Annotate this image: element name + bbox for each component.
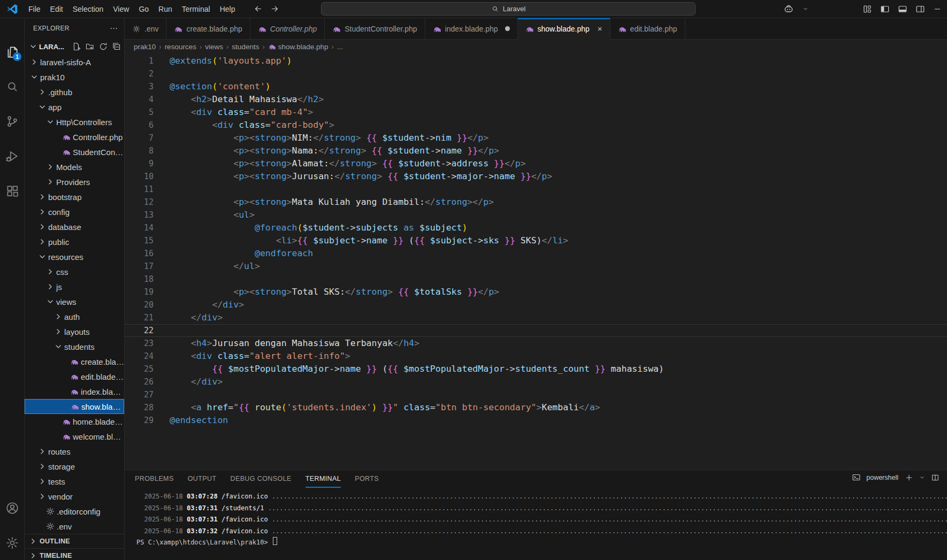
activity-search[interactable] — [0, 69, 24, 104]
breadcrumb-item-resources[interactable]: resources — [165, 43, 196, 51]
tree-item-providers[interactable]: Providers — [25, 174, 124, 189]
code-line-15[interactable]: 15 <li>{{ $subject->name }} ({{ $subject… — [125, 234, 947, 247]
tree-item-controller-php[interactable]: Controller.php — [25, 129, 124, 144]
command-center-search[interactable]: Laravel — [321, 2, 696, 16]
terminal-prompt[interactable]: PS C:\xampp\htdocs\Laravel\prak10> — [136, 537, 947, 549]
code-line-7[interactable]: 7 <p><strong>NIM:</strong> {{ $student->… — [125, 132, 947, 144]
breadcrumb-item-show-blade-php[interactable]: show.blade.php — [268, 43, 329, 51]
tree-item-http-controllers[interactable]: Http\Controllers — [25, 114, 124, 129]
breadcrumb-item-students[interactable]: students — [232, 43, 259, 51]
tree-item-tests[interactable]: tests — [25, 474, 124, 489]
tree-item-github[interactable]: .github — [25, 85, 124, 99]
chevron-down-icon[interactable] — [802, 5, 809, 12]
tree-item-auth[interactable]: auth — [25, 309, 124, 324]
menu-selection[interactable]: Selection — [68, 3, 109, 16]
code-line-25[interactable]: 25 {{ $mostPopulatedMajor->name }} ({{ $… — [125, 363, 947, 375]
tree-item-students[interactable]: students — [25, 339, 124, 354]
tab-edit-blade-php[interactable]: edit.blade.php — [610, 18, 685, 40]
tree-item-edit-blade-php[interactable]: edit.blade.php — [25, 369, 124, 384]
activity-extensions[interactable] — [0, 173, 24, 208]
tree-item-vendor[interactable]: vendor — [25, 489, 124, 504]
more-actions-icon[interactable]: ⋯ — [110, 24, 118, 33]
code-line-17[interactable]: 17 </ul> — [125, 260, 947, 273]
code-line-19[interactable]: 19 <p><strong>Total SKS:</strong> {{ $to… — [125, 286, 947, 298]
layout-sidebar-right-icon[interactable] — [915, 4, 925, 14]
tree-item-layouts[interactable]: layouts — [25, 324, 124, 339]
collapse-all-icon[interactable] — [112, 42, 121, 51]
menu-go[interactable]: Go — [134, 3, 154, 16]
code-line-4[interactable]: 4 <h2>Detail Mahasiswa</h2> — [125, 93, 947, 106]
tree-item-app[interactable]: app — [25, 99, 124, 114]
code-line-12[interactable]: 12 <p><strong>Mata Kuliah yang Diambil:<… — [125, 196, 947, 209]
breadcrumb-item-prak10[interactable]: prak10 — [134, 43, 156, 51]
tab-controller-php[interactable]: Controller.php — [250, 18, 325, 40]
tree-item-prak10[interactable]: prak10 — [25, 70, 124, 85]
tree-item-bootstrap[interactable]: bootstrap — [25, 189, 124, 204]
terminal-dropdown-icon[interactable] — [919, 474, 926, 481]
tree-item-storage[interactable]: storage — [25, 459, 124, 474]
code-line-13[interactable]: 13 <ul> — [125, 209, 947, 221]
code-line-10[interactable]: 10 <p><strong>Jurusan:</strong> {{ $stud… — [125, 170, 947, 183]
tree-item-js[interactable]: js — [25, 279, 124, 294]
split-terminal-icon[interactable] — [931, 473, 940, 482]
menu-help[interactable]: Help — [215, 3, 240, 16]
layout-panel-icon[interactable] — [898, 4, 907, 14]
tree-item-editorconfig[interactable]: .editorconfig — [25, 504, 124, 519]
code-line-3[interactable]: 3@section('content') — [125, 80, 947, 93]
layout-sidebar-left-icon[interactable] — [880, 4, 890, 14]
code-line-20[interactable]: 20 </div> — [125, 298, 947, 311]
code-editor[interactable]: 1@extends('layouts.app')23@section('cont… — [125, 53, 947, 470]
workspace-section-header[interactable]: LARA... — [25, 39, 124, 55]
new-file-icon[interactable] — [72, 42, 81, 51]
close-icon[interactable]: × — [598, 24, 602, 33]
code-line-18[interactable]: 18 — [125, 273, 947, 286]
code-line-29[interactable]: 29@endsection — [125, 414, 947, 427]
tree-item-config[interactable]: config — [25, 204, 124, 219]
tree-item-public[interactable]: public — [25, 234, 124, 249]
tree-item-resources[interactable]: resources — [25, 249, 124, 264]
menu-edit[interactable]: Edit — [45, 3, 68, 16]
code-line-22[interactable]: 22 — [125, 324, 947, 337]
code-line-27[interactable]: 27 — [125, 388, 947, 401]
panel-tab-problems[interactable]: PROBLEMS — [135, 470, 174, 488]
code-line-28[interactable]: 28 <a href="{{ route('students.index') }… — [125, 401, 947, 414]
back-arrow-icon[interactable] — [254, 4, 263, 13]
panel-tab-output[interactable]: OUTPUT — [188, 470, 217, 488]
code-line-21[interactable]: 21 </div> — [125, 311, 947, 324]
tree-item-env[interactable]: .env — [25, 519, 124, 534]
code-line-14[interactable]: 14 @foreach($student->subjects as $subje… — [125, 221, 947, 234]
code-line-8[interactable]: 8 <p><strong>Nama:</strong> {{ $student-… — [125, 144, 947, 157]
code-line-1[interactable]: 1@extends('layouts.app') — [125, 55, 947, 67]
activity-run-debug[interactable] — [0, 139, 24, 173]
minimize-icon[interactable] — [933, 5, 942, 13]
breadcrumb-item-[interactable]: ... — [337, 43, 343, 51]
tree-item-studentcontroller-php[interactable]: StudentController.php — [25, 144, 124, 159]
tree-item-routes[interactable]: routes — [25, 444, 124, 459]
activity-account[interactable] — [0, 490, 24, 525]
section-timeline[interactable]: TIMELINE — [25, 548, 124, 560]
code-line-16[interactable]: 16 @endforeach — [125, 247, 947, 260]
code-line-26[interactable]: 26 </div> — [125, 375, 947, 388]
refresh-icon[interactable] — [99, 42, 108, 51]
tree-item-views[interactable]: views — [25, 294, 124, 309]
tab-studentcontroller-php[interactable]: StudentController.php — [325, 18, 425, 40]
menu-file[interactable]: File — [24, 3, 45, 16]
code-line-24[interactable]: 24 <div class="alert alert-info"> — [125, 350, 947, 363]
tree-item-home-blade-php[interactable]: home.blade.php — [25, 414, 124, 429]
panel-tab-ports[interactable]: PORTS — [355, 470, 379, 488]
code-line-9[interactable]: 9 <p><strong>Alamat:</strong> {{ $studen… — [125, 157, 947, 170]
menu-view[interactable]: View — [108, 3, 134, 16]
tree-item-models[interactable]: Models — [25, 159, 124, 174]
tab-create-blade-php[interactable]: create.blade.php — [166, 18, 250, 40]
activity-explorer[interactable]: 1 — [0, 34, 24, 69]
code-line-11[interactable]: 11 — [125, 183, 947, 196]
activity-source-control[interactable] — [0, 104, 24, 139]
code-line-6[interactable]: 6 <div class="card-body"> — [125, 119, 947, 132]
breadcrumb-item-views[interactable]: views — [205, 43, 223, 51]
forward-arrow-icon[interactable] — [270, 4, 279, 13]
section-outline[interactable]: OUTLINE — [25, 534, 124, 548]
tab-show-blade-php[interactable]: show.blade.php× — [518, 18, 610, 40]
copilot-icon[interactable] — [783, 4, 794, 14]
tree-item-database[interactable]: database — [25, 219, 124, 234]
activity-settings[interactable] — [0, 525, 24, 560]
